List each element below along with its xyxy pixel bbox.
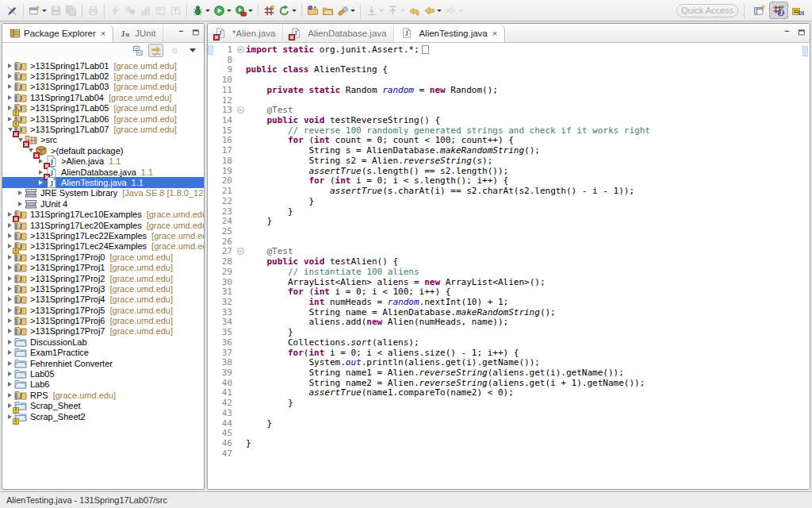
max-window-button[interactable] — [190, 24, 204, 42]
code-line[interactable]: 24 } — [208, 217, 810, 227]
max-window-button[interactable] — [795, 24, 810, 42]
tree-item[interactable]: JAlienDatabase.java1.1 — [2, 167, 204, 177]
dropdown-caret-icon[interactable] — [458, 10, 463, 12]
collapsed-region-box[interactable] — [422, 45, 429, 54]
collapsed-arrow-icon[interactable] — [16, 202, 25, 206]
tree-item[interactable]: J>131Spring17Lab06[grace.umd.edu] — [2, 114, 204, 124]
dropdown-caret-icon[interactable] — [400, 10, 405, 12]
collapsed-arrow-icon[interactable] — [6, 350, 14, 355]
code-line[interactable]: 1+import static org.junit.Assert.*; — [208, 45, 810, 56]
fold-expand-icon[interactable]: + — [235, 45, 246, 56]
overview-annotation-mark[interactable] — [802, 46, 808, 56]
code-line[interactable]: 12 — [208, 96, 810, 106]
dropdown-caret-icon[interactable] — [379, 10, 384, 12]
tree-item[interactable]: J>131Spring17Lec24Examples[grace.umd.edu… — [2, 241, 204, 252]
collapsed-arrow-icon[interactable] — [6, 64, 14, 68]
collapsed-arrow-icon[interactable] — [6, 329, 14, 333]
code-line[interactable]: 25 — [208, 227, 810, 237]
collapsed-arrow-icon[interactable] — [6, 340, 14, 344]
editor-tab-aliendatabase-java[interactable]: JAlienDatabase.java — [283, 24, 394, 42]
link-with-editor-button[interactable] — [148, 44, 163, 57]
tree-item[interactable]: Scrap_Sheet — [2, 401, 204, 411]
code-line[interactable]: 11 private static Random random = new Ra… — [208, 86, 810, 96]
collapsed-arrow-icon[interactable] — [6, 95, 14, 100]
tree-item[interactable]: J>131Spring17Proj5[grace.umd.edu] — [2, 305, 204, 315]
collapsed-arrow-icon[interactable] — [6, 382, 14, 387]
tree-item[interactable]: J>131Spring17Proj0[grace.umd.edu] — [2, 252, 204, 262]
dropdown-caret-icon[interactable] — [227, 10, 232, 12]
collapsed-arrow-icon[interactable] — [6, 393, 14, 398]
coverage-button[interactable] — [233, 2, 255, 19]
view-menu-button[interactable] — [185, 44, 200, 57]
debug-button[interactable] — [190, 2, 212, 19]
collapsed-arrow-icon[interactable] — [6, 74, 14, 79]
new-java-project-button[interactable] — [262, 2, 277, 19]
code-line[interactable]: 41 assertTrue(name1.compareTo(name2) < 0… — [208, 388, 810, 398]
collapsed-arrow-icon[interactable] — [6, 361, 14, 366]
min-window-button[interactable] — [175, 24, 190, 42]
dropdown-caret-icon[interactable] — [350, 10, 355, 12]
close-tab-icon[interactable]: × — [492, 29, 497, 38]
collapsed-arrow-icon[interactable] — [6, 287, 14, 291]
code-line[interactable]: 26 — [208, 237, 810, 248]
code-line[interactable]: 45 — [208, 429, 810, 439]
tree-item[interactable]: Exam1Practice — [2, 348, 204, 358]
dropdown-caret-icon[interactable] — [205, 10, 210, 12]
tree-item[interactable]: DiscussionLab — [2, 337, 204, 347]
dropdown-caret-icon[interactable] — [42, 10, 47, 12]
search-button[interactable] — [335, 2, 357, 19]
editor-tab-alientesting-java[interactable]: JAlienTesting.java× — [394, 24, 505, 42]
collapsed-arrow-icon[interactable] — [16, 190, 25, 195]
code-line[interactable]: 9public class AlienTesting { — [208, 65, 810, 75]
tree-item[interactable]: J>131Spring17Lab01[grace.umd.edu] — [2, 60, 204, 71]
code-line[interactable]: 47 — [208, 449, 810, 460]
collapsed-arrow-icon[interactable] — [6, 371, 14, 376]
code-line[interactable]: 22 } — [208, 197, 810, 207]
code-line[interactable]: 46} — [208, 439, 810, 449]
collapsed-arrow-icon[interactable] — [6, 265, 14, 270]
back-button[interactable] — [422, 2, 443, 19]
overview-ruler[interactable] — [801, 43, 810, 489]
tree-item[interactable]: >(default package) — [2, 145, 204, 156]
project-tree[interactable]: J>131Spring17Lab01[grace.umd.edu]J>131Sp… — [2, 58, 204, 489]
tree-item[interactable]: >src — [2, 135, 204, 145]
open-perspective-button[interactable] — [750, 2, 769, 19]
tree-item[interactable]: J>131Spring17Proj6[grace.umd.edu] — [2, 315, 204, 325]
tab-package-explorer[interactable]: Package Explorer× — [2, 24, 113, 42]
tree-item[interactable]: J>131Spring17Proj1[grace.umd.edu] — [2, 262, 204, 272]
collapsed-arrow-icon[interactable] — [6, 276, 14, 281]
tree-item[interactable]: J131Spring17Lab04[grace.umd.edu] — [2, 92, 204, 102]
collapsed-arrow-icon[interactable] — [6, 318, 14, 323]
collapsed-arrow-icon[interactable] — [6, 255, 14, 260]
tree-item[interactable]: J>131Spring17Lec22Examples[grace.umd.edu… — [2, 230, 204, 241]
tree-item[interactable]: J>131Spring17Lab05[grace.umd.edu] — [2, 103, 204, 114]
dropdown-caret-icon[interactable] — [292, 10, 297, 12]
collapsed-arrow-icon[interactable] — [6, 308, 14, 313]
close-tab-icon[interactable]: × — [101, 29, 105, 38]
tree-item[interactable]: Fehrenhiet Converter — [2, 358, 204, 368]
tree-item[interactable]: J>131Spring17Proj7[grace.umd.edu] — [2, 326, 204, 337]
collapsed-arrow-icon[interactable] — [6, 84, 14, 89]
editor-tab--alien-java[interactable]: J*Alien.java — [208, 24, 283, 42]
java-perspective-button[interactable]: J — [769, 2, 788, 19]
collapsed-arrow-icon[interactable] — [6, 223, 14, 228]
new-wizard-button[interactable] — [27, 2, 48, 19]
code-line[interactable]: 23 } — [208, 207, 810, 217]
quick-access-input[interactable]: Quick Access — [676, 4, 738, 17]
collapse-all-button[interactable] — [130, 44, 145, 57]
collapsed-arrow-icon[interactable] — [6, 297, 14, 302]
code-line[interactable]: 42 } — [208, 398, 810, 409]
tree-item[interactable]: JUnit 4 — [2, 198, 204, 209]
tree-item[interactable]: J>131Spring17Proj3[grace.umd.edu] — [2, 283, 204, 294]
tree-item[interactable]: J>131Spring17Lab02[grace.umd.edu] — [2, 71, 204, 81]
fold-collapse-icon[interactable]: − — [235, 247, 246, 257]
tree-item[interactable]: J>131Spring17Proj4[grace.umd.edu] — [2, 294, 204, 305]
dropdown-caret-icon[interactable] — [248, 10, 253, 12]
fold-collapse-icon[interactable]: − — [235, 106, 246, 116]
last-edit-location-button[interactable] — [407, 2, 422, 19]
code-line[interactable]: 34 aliens.add(new Alien(numHeads, name))… — [208, 318, 810, 328]
code-line[interactable]: 43 — [208, 409, 810, 419]
tab-junit[interactable]: JuJUnit — [113, 24, 163, 42]
tree-item[interactable]: J131Spring17Lec10Examples[grace.umd.edu] — [2, 209, 204, 219]
open-resource-button[interactable] — [320, 2, 335, 19]
